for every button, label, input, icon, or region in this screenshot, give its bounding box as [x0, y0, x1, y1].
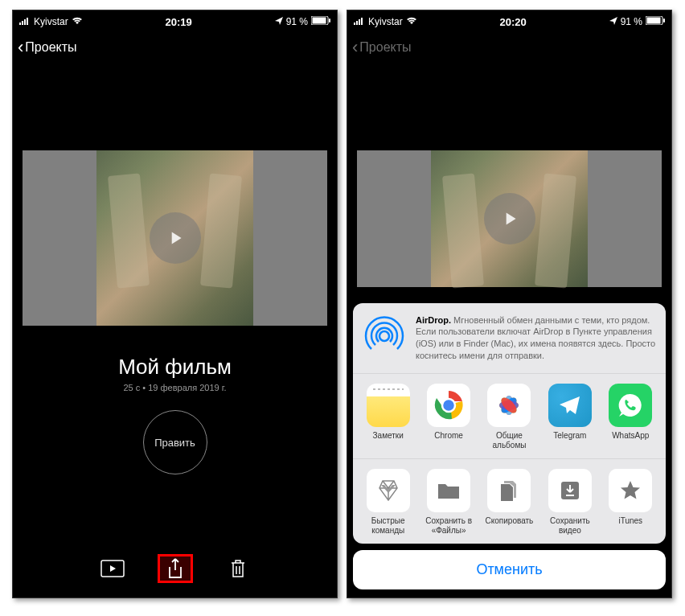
nav-bar: ‹ Проекты: [347, 33, 671, 62]
share-sheet: AirDrop. Мгновенный обмен данными с теми…: [353, 303, 666, 589]
download-icon: [548, 469, 592, 512]
back-label: Проекты: [359, 40, 411, 55]
cancel-label: Отменить: [476, 561, 542, 577]
project-title: Мой фильм: [13, 355, 337, 380]
carrier-label: Kyivstar: [34, 16, 68, 27]
battery-label: 91 %: [621, 16, 642, 27]
airdrop-description: AirDrop. Мгновенный обмен данными с теми…: [416, 314, 656, 362]
back-label: Проекты: [25, 40, 76, 55]
svg-rect-8: [354, 23, 355, 25]
notes-icon: [367, 384, 410, 427]
battery-icon: [646, 16, 665, 27]
project-meta: 25 с • 19 февраля 2019 г.: [13, 383, 337, 392]
svg-rect-10: [359, 19, 360, 25]
play-button: [484, 193, 535, 244]
chevron-left-icon: ‹: [18, 39, 23, 56]
svg-rect-1: [22, 21, 23, 25]
chevron-left-icon: ‹: [352, 39, 358, 56]
action-shortcuts[interactable]: Быстрые команды: [359, 469, 417, 536]
edit-label: Править: [154, 437, 195, 449]
action-save-video[interactable]: Сохранить видео: [541, 469, 599, 536]
folder-icon: [427, 469, 470, 512]
share-apps-row[interactable]: Заметки Chrome Общие альбомы: [353, 374, 666, 459]
cancel-button[interactable]: Отменить: [353, 550, 666, 589]
share-button[interactable]: [158, 554, 193, 583]
video-preview: [357, 150, 662, 287]
status-bar: Kyivstar 20:19 91 %: [13, 10, 337, 33]
share-app-notes[interactable]: Заметки: [359, 384, 417, 450]
shortcuts-icon: [367, 469, 410, 512]
screenshot-share-sheet: Kyivstar 20:20 91 % ‹ Проекты: [347, 10, 672, 598]
screenshot-project-view: Kyivstar 20:19 91 % ‹ Проекты Мой фильм: [12, 10, 338, 598]
chrome-icon: [427, 384, 470, 427]
back-button[interactable]: ‹ Проекты: [18, 39, 77, 56]
svg-rect-13: [646, 18, 660, 24]
battery-label: 91 %: [286, 16, 308, 27]
photos-icon: [487, 384, 531, 427]
svg-rect-6: [329, 18, 330, 23]
telegram-icon: [548, 384, 592, 427]
clock: 20:19: [166, 16, 192, 28]
wifi-icon: [406, 16, 417, 27]
svg-rect-3: [27, 18, 28, 25]
clock: 20:20: [500, 16, 527, 28]
signal-icon: [354, 16, 365, 27]
bottom-toolbar: [13, 554, 337, 583]
edit-button[interactable]: Править: [143, 410, 207, 474]
back-button: ‹ Проекты: [352, 39, 412, 56]
svg-rect-5: [312, 18, 326, 24]
share-actions-row[interactable]: Быстрые команды Сохранить в «Файлы» Скоп…: [353, 459, 666, 544]
project-info: Мой фильм 25 с • 19 февраля 2019 г. Прав…: [13, 355, 337, 474]
share-app-shared-albums[interactable]: Общие альбомы: [480, 384, 538, 450]
airdrop-section[interactable]: AirDrop. Мгновенный обмен данными с теми…: [353, 303, 666, 374]
whatsapp-icon: [609, 384, 652, 427]
svg-rect-11: [361, 18, 363, 25]
svg-rect-2: [24, 19, 26, 25]
delete-button[interactable]: [220, 554, 256, 583]
action-copy[interactable]: Скопировать: [480, 469, 538, 536]
status-bar: Kyivstar 20:20 91 %: [347, 10, 671, 33]
signal-icon: [19, 16, 31, 27]
share-app-telegram[interactable]: Telegram: [541, 384, 599, 450]
copy-icon: [487, 469, 531, 512]
star-icon: [609, 469, 652, 512]
play-project-button[interactable]: [95, 554, 130, 583]
video-preview[interactable]: [23, 150, 327, 326]
battery-icon: [311, 16, 330, 27]
nav-bar: ‹ Проекты: [13, 33, 337, 62]
play-button[interactable]: [150, 212, 201, 264]
svg-rect-9: [356, 21, 358, 25]
share-app-whatsapp[interactable]: WhatsApp: [601, 384, 659, 450]
wifi-icon: [72, 16, 83, 27]
location-icon: [609, 16, 617, 27]
airdrop-icon: [363, 314, 406, 358]
svg-point-15: [379, 331, 389, 341]
share-app-chrome[interactable]: Chrome: [420, 384, 478, 450]
svg-rect-0: [19, 23, 21, 25]
location-icon: [275, 16, 283, 27]
action-itunes[interactable]: iTunes: [601, 469, 659, 536]
svg-rect-14: [663, 18, 665, 23]
action-save-to-files[interactable]: Сохранить в «Файлы»: [420, 469, 478, 536]
carrier-label: Kyivstar: [368, 16, 403, 27]
